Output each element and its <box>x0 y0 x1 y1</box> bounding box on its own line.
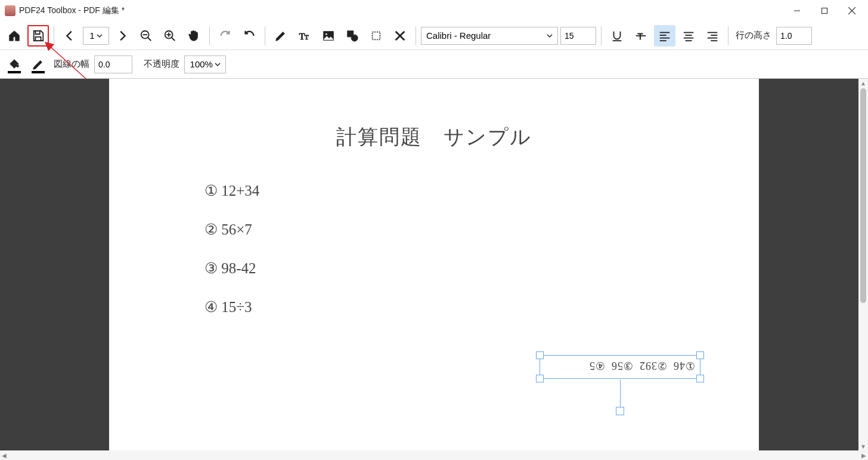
text-tool-button[interactable]: TT <box>294 25 315 47</box>
separator <box>209 26 210 45</box>
prev-page-button[interactable] <box>59 25 80 47</box>
line-height-label: 行の高さ <box>733 30 774 41</box>
resize-handle[interactable] <box>536 375 544 382</box>
separator <box>265 26 265 45</box>
problem-item: ① 12+34 <box>204 183 259 198</box>
problem-item: ④ 15÷3 <box>204 300 259 314</box>
svg-line-5 <box>148 37 151 41</box>
minimize-button[interactable] <box>783 1 811 20</box>
resize-handle[interactable] <box>536 351 544 359</box>
align-center-button[interactable] <box>678 25 699 47</box>
underline-button[interactable] <box>606 25 628 47</box>
font-select[interactable]: Calibri - Regular <box>421 27 558 45</box>
secondary-toolbar: 図線の幅 不透明度 100% <box>0 50 868 79</box>
close-button[interactable] <box>838 1 866 20</box>
pan-tool-button[interactable] <box>183 25 204 47</box>
line-height-input[interactable] <box>776 27 812 45</box>
maximize-button[interactable] <box>811 1 838 20</box>
fill-color-button[interactable] <box>4 54 25 75</box>
rotation-handle[interactable] <box>616 407 624 415</box>
image-tool-button[interactable] <box>318 25 339 47</box>
separator <box>416 26 416 45</box>
answer-item: ②392 <box>639 359 667 372</box>
undo-button[interactable] <box>238 25 260 47</box>
next-page-button[interactable] <box>111 25 133 47</box>
save-button[interactable] <box>27 25 49 47</box>
canvas-area[interactable]: 計算問題 サンプル ① 12+34 ② 56×7 ③ 98-42 ④ 15÷3 … <box>0 79 868 450</box>
rotated-answers-text: ①46 ②392 ③56 ④5 <box>540 356 700 376</box>
draw-tool-button[interactable] <box>270 25 292 47</box>
selected-text-box[interactable]: ①46 ②392 ③56 ④5 <box>540 355 700 379</box>
page-number-value: 1 <box>89 30 94 41</box>
window-controls <box>783 1 866 20</box>
home-button[interactable] <box>4 25 25 47</box>
resize-handle[interactable] <box>696 375 704 382</box>
stroke-color-button[interactable] <box>27 54 49 75</box>
font-name-value: Calibri - Regular <box>426 30 491 41</box>
crop-tool-button[interactable] <box>365 25 387 47</box>
delete-tool-button[interactable] <box>389 25 411 47</box>
separator <box>601 26 602 45</box>
resize-handle[interactable] <box>696 351 704 359</box>
svg-point-14 <box>326 33 328 35</box>
main-toolbar: 1 TT Calibri - Regular T 行の高さ <box>0 21 868 50</box>
titlebar: PDF24 Toolbox - PDF 編集 * <box>0 0 868 21</box>
scroll-thumb[interactable] <box>860 88 866 303</box>
answer-item: ③56 <box>611 359 633 372</box>
problem-item: ② 56×7 <box>204 222 259 237</box>
opacity-value: 100% <box>190 59 213 69</box>
svg-rect-17 <box>373 32 380 39</box>
window-title: PDF24 Toolbox - PDF 編集 * <box>19 5 783 16</box>
svg-point-16 <box>351 35 358 41</box>
align-left-button[interactable] <box>654 25 675 47</box>
app-icon <box>5 5 16 16</box>
separator <box>54 26 54 45</box>
scroll-right-icon[interactable]: ▶ <box>860 452 868 459</box>
opacity-label: 不透明度 <box>141 58 182 70</box>
svg-rect-1 <box>822 8 827 14</box>
page-number-select[interactable]: 1 <box>83 27 109 45</box>
font-size-input[interactable] <box>560 27 596 45</box>
redo-button[interactable] <box>215 25 236 47</box>
zoom-in-button[interactable] <box>159 25 181 47</box>
pdf-page[interactable]: 計算問題 サンプル ① 12+34 ② 56×7 ③ 98-42 ④ 15÷3 … <box>109 79 759 450</box>
answer-item: ④5 <box>589 359 605 372</box>
align-right-button[interactable] <box>702 25 723 47</box>
problem-item: ③ 98-42 <box>204 261 259 276</box>
document-title: 計算問題 サンプル <box>109 124 759 151</box>
line-width-input[interactable] <box>94 55 132 73</box>
zoom-out-button[interactable] <box>135 25 157 47</box>
separator <box>728 26 728 45</box>
rotation-line <box>620 379 621 408</box>
scroll-down-icon[interactable]: ▼ <box>860 442 866 450</box>
scroll-up-icon[interactable]: ▲ <box>860 79 866 87</box>
horizontal-scrollbar[interactable]: ◀ ▶ <box>0 450 868 460</box>
opacity-select[interactable]: 100% <box>184 55 226 73</box>
svg-line-8 <box>172 37 175 41</box>
vertical-scrollbar[interactable]: ▲ ▼ <box>858 79 868 450</box>
svg-text:T: T <box>305 33 309 41</box>
answer-item: ①46 <box>673 359 695 372</box>
scroll-left-icon[interactable]: ◀ <box>0 452 8 459</box>
line-width-label: 図線の幅 <box>51 58 92 70</box>
strikethrough-button[interactable]: T <box>630 25 652 47</box>
shape-tool-button[interactable] <box>342 25 363 47</box>
problems-list: ① 12+34 ② 56×7 ③ 98-42 ④ 15÷3 <box>204 183 259 338</box>
